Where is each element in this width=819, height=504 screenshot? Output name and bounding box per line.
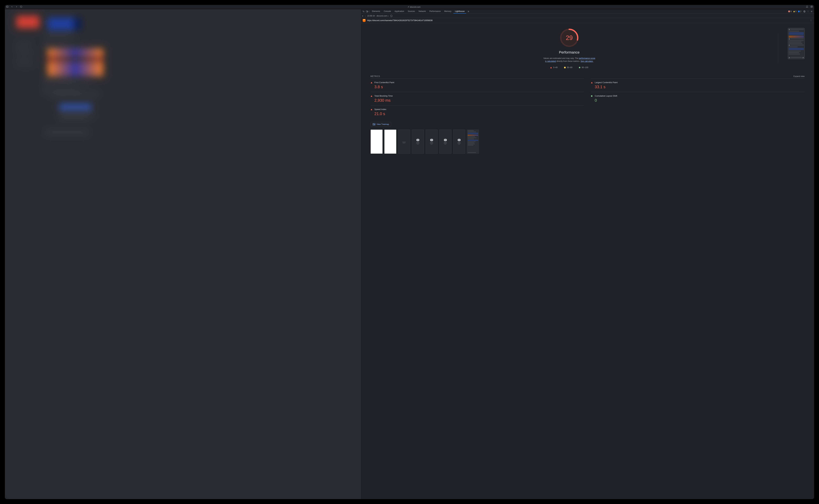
- address-display[interactable]: ⚲ discord.com: [408, 6, 421, 8]
- tab-application[interactable]: Application: [393, 9, 406, 14]
- devtools-tabs: Elements Console Application Sources Net…: [370, 9, 466, 14]
- circle-pass-icon: [591, 95, 593, 97]
- error-count[interactable]: ×9: [788, 10, 792, 13]
- devtools-panel: | Elements Console Application Sources N…: [361, 9, 814, 499]
- close-devtools-icon[interactable]: [810, 10, 813, 13]
- metric-fcp[interactable]: First Contentful Paint 3.8 s: [370, 78, 584, 92]
- warning-count[interactable]: 5: [793, 10, 797, 13]
- share-icon[interactable]: [806, 6, 808, 8]
- svg-point-11: [808, 12, 808, 12]
- lighthouse-logo-icon: [363, 19, 365, 22]
- final-screenshot-thumbnail[interactable]: [788, 28, 805, 59]
- metrics-title: METRICS: [370, 75, 380, 77]
- settings-icon[interactable]: [803, 10, 806, 13]
- tab-sources[interactable]: Sources: [406, 9, 417, 14]
- svg-rect-6: [366, 11, 367, 12]
- triangle-fail-icon: [591, 82, 593, 83]
- console-summary[interactable]: ×9 5 2: [788, 10, 802, 13]
- clear-icon[interactable]: [390, 15, 392, 17]
- new-report-icon[interactable]: +: [362, 14, 363, 17]
- triangle-fail-icon: [550, 67, 552, 68]
- score-legend: 0–49 50–89 90–100: [550, 66, 588, 69]
- more-tabs-icon[interactable]: [467, 10, 470, 13]
- treemap-icon: [372, 123, 375, 125]
- filmstrip-frame[interactable]: ▬▬▬▬▬▬▬▬▬▬▬▬: [439, 130, 452, 154]
- metrics-header: METRICS Expand view: [370, 75, 805, 77]
- filmstrip-frame[interactable]: ▬▬▬▬▬▬▬▬▬: [398, 130, 410, 154]
- tab-elements[interactable]: Elements: [370, 9, 382, 14]
- discord-logo-icon: [458, 139, 461, 141]
- filmstrip-frame[interactable]: [384, 130, 396, 154]
- discord-logo-icon: [417, 139, 419, 141]
- back-icon[interactable]: [11, 6, 13, 8]
- filmstrip: ▬▬▬▬▬▬▬▬▬ ▬▬▬▬▬▬▬▬▬▬▬▬ ▬▬▬▬▬▬▬▬▬▬▬▬ ▬▬▬▬…: [370, 130, 805, 154]
- issue-icon: [798, 11, 800, 12]
- device-toolbar-icon[interactable]: [365, 10, 368, 13]
- filmstrip-frame[interactable]: ▬▬▬▬▬▬▬▬▬▬▬▬: [412, 130, 424, 154]
- see-calculator-link[interactable]: See calculator.: [581, 60, 594, 62]
- performance-score: 29: [559, 28, 579, 48]
- triangle-fail-icon: [371, 82, 372, 83]
- svg-point-14: [811, 20, 811, 20]
- metric-tbt[interactable]: Total Blocking Time 2,930 ms: [370, 92, 584, 105]
- tab-performance[interactable]: Performance: [428, 9, 443, 14]
- forward-icon[interactable]: [15, 6, 18, 8]
- tab-console[interactable]: Console: [382, 9, 392, 14]
- report-timestamp[interactable]: 15:56:34 - discord.com ▾: [367, 15, 388, 17]
- triangle-fail-icon: [371, 109, 372, 110]
- link-icon: ⚲: [407, 6, 410, 8]
- report-menu-icon[interactable]: [810, 19, 812, 22]
- metric-lcp[interactable]: Largest Contentful Paint 33.1 s: [591, 78, 805, 92]
- metrics-grid: First Contentful Paint 3.8 s Largest Con…: [370, 78, 805, 119]
- devtools-toolbar: | Elements Console Application Sources N…: [361, 9, 814, 14]
- expand-view-link[interactable]: Expand view: [793, 75, 805, 77]
- page-domain: discord.com: [410, 6, 421, 8]
- filmstrip-frame[interactable]: ▬▬▬▬▬▬▬▬▬▬▬▬: [453, 130, 465, 154]
- sidebar-toggle-icon[interactable]: [6, 6, 9, 8]
- warning-icon: [793, 11, 795, 12]
- performance-description: Values are estimated and may vary. The p…: [543, 57, 596, 63]
- metric-si[interactable]: Speed Index 21.0 s: [370, 105, 584, 119]
- svg-point-9: [808, 10, 808, 11]
- svg-point-10: [808, 11, 808, 12]
- tabs-icon[interactable]: [810, 6, 813, 8]
- performance-title: Performance: [559, 50, 580, 55]
- audit-url-bar: https://discord.com/channels/73841428100…: [361, 18, 814, 23]
- reload-icon[interactable]: [20, 6, 22, 8]
- window-titlebar: ⚲ discord.com: [5, 5, 814, 9]
- svg-rect-4: [811, 6, 812, 8]
- app-window: ⚲ discord.com: [5, 5, 814, 499]
- filmstrip-frame[interactable]: [467, 130, 479, 154]
- filmstrip-frame[interactable]: [370, 130, 382, 154]
- error-icon: ×: [788, 10, 790, 12]
- kebab-menu-icon[interactable]: [807, 10, 810, 13]
- svg-rect-0: [7, 6, 8, 7]
- triangle-fail-icon: [371, 95, 372, 97]
- tab-memory[interactable]: Memory: [443, 9, 453, 14]
- performance-gauge[interactable]: 29: [559, 28, 579, 48]
- svg-point-15: [811, 20, 811, 21]
- view-treemap-button[interactable]: View Treemap: [370, 122, 391, 127]
- lighthouse-report[interactable]: 29 Performance Values are estimated and …: [361, 23, 814, 499]
- discord-logo-icon: [444, 139, 447, 141]
- tab-lighthouse[interactable]: Lighthouse: [454, 9, 466, 14]
- page-content-blurred: [5, 9, 361, 499]
- lighthouse-subtoolbar: + | 15:56:34 - discord.com ▾: [361, 14, 814, 18]
- tab-network[interactable]: Network: [417, 9, 428, 14]
- svg-rect-7: [367, 11, 368, 12]
- metric-cls[interactable]: Cumulative Layout Shift 0: [591, 92, 805, 105]
- square-average-icon: [564, 67, 566, 68]
- filmstrip-frame[interactable]: ▬▬▬▬▬▬▬▬▬▬▬▬: [426, 130, 438, 154]
- chevron-down-icon: ▾: [388, 15, 388, 17]
- issue-count[interactable]: 2: [798, 10, 801, 13]
- inspect-element-icon[interactable]: [362, 10, 365, 13]
- audited-url: https://discord.com/channels/73841428100…: [367, 19, 433, 22]
- report-hero: 29 Performance Values are estimated and …: [370, 28, 805, 69]
- discord-logo-icon: [430, 139, 433, 141]
- circle-pass-icon: [579, 67, 580, 68]
- svg-point-8: [804, 11, 805, 12]
- svg-point-16: [811, 21, 811, 21]
